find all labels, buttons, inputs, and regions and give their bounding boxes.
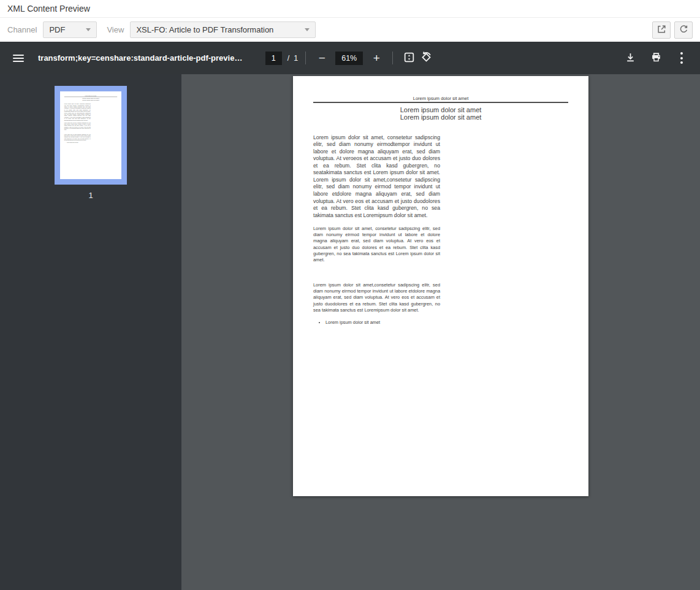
page-number-input[interactable] [265,52,282,65]
view-select[interactable]: XSL-FO: Article to PDF Transformation [130,21,316,38]
doc-header-small: Lorem ipsum dolor sit amet [313,96,568,101]
toolbar-divider [392,52,393,64]
doc-paragraph-2: Lorem ipsum dolor sit amet, consetetur s… [64,123,91,131]
doc-title-line2: Lorem ipsum dolor sit amet [64,99,117,101]
chevron-down-icon [305,28,310,31]
toolbar-right [435,50,690,67]
controls-row: Channel PDF View XSL-FO: Article to PDF … [0,18,700,42]
doc-paragraph-3: Lorem ipsum dolor sit amet,consetetur sa… [64,134,91,141]
download-button[interactable] [622,50,639,67]
open-external-button[interactable] [652,21,671,39]
more-options-button[interactable] [673,50,690,67]
toolbar-left: transform;key=censhare:standard-article-… [10,50,265,67]
doc-title-line2: Lorem ipsum dolor sit amet [313,113,568,121]
hamburger-menu-icon [13,53,24,64]
doc-rule [313,102,568,103]
rotate-icon [420,51,433,66]
view-label: View [107,25,124,34]
pdf-page: Lorem ipsum dolor sit amet Lorem ipsum d… [293,76,588,496]
channel-select[interactable]: PDF [43,21,97,38]
print-icon [651,52,661,64]
doc-paragraph-1: Lorem ipsum dolor sit amet, consetetur s… [64,104,91,121]
plus-icon: + [373,52,380,64]
pdf-toolbar: transform;key=censhare:standard-article-… [0,42,700,74]
app-header: XML Content Preview [0,0,700,18]
doc-bullet-item: Lorem ipsum dolor sit amet [67,142,91,143]
download-icon [625,52,636,64]
page-title: XML Content Preview [7,4,90,13]
more-vertical-icon [680,51,683,64]
page-separator: / [287,54,289,63]
doc-bullet-item: Lorem ipsum dolor sit amet [325,320,440,326]
page-thumbnail[interactable]: Lorem ipsum dolor sit amet Lorem ipsum d… [55,86,127,185]
fit-to-page-button[interactable] [400,50,417,67]
fit-to-page-icon [403,51,416,66]
zoom-level[interactable]: 61% [335,52,363,65]
channel-label: Channel [7,25,37,34]
refresh-button[interactable] [674,21,693,39]
zoom-in-button[interactable]: + [368,50,385,67]
toolbar-divider [305,52,306,64]
pdf-canvas[interactable]: Lorem ipsum dolor sit amet Lorem ipsum d… [181,74,700,590]
document-filename: transform;key=censhare:standard-article-… [38,53,242,63]
thumbnail-sidebar: Lorem ipsum dolor sit amet Lorem ipsum d… [0,74,181,590]
doc-title-line1: Lorem ipsum dolor sit amet [313,106,568,113]
sidebar-toggle-button[interactable] [10,50,27,67]
thumbnail-page-number: 1 [88,191,93,200]
rotate-button[interactable] [417,50,435,67]
open-in-new-icon [657,25,666,36]
doc-paragraph-2: Lorem ipsum dolor sit amet, consetetur s… [313,226,440,263]
thumbnail-document: Lorem ipsum dolor sit amet Lorem ipsum d… [60,91,121,178]
doc-paragraph-1: Lorem ipsum dolor sit amet, consetetur s… [313,134,440,220]
minus-icon: − [319,52,325,64]
doc-paragraph-3: Lorem ipsum dolor sit amet,consetetur sa… [313,282,440,313]
print-button[interactable] [647,50,664,67]
page-total: 1 [294,54,298,63]
page-thumbnail-preview: Lorem ipsum dolor sit amet Lorem ipsum d… [60,91,121,179]
viewer-area: Lorem ipsum dolor sit amet Lorem ipsum d… [0,74,700,590]
refresh-icon [679,25,688,36]
view-select-value: XSL-FO: Article to PDF Transformation [136,25,273,34]
toolbar-center: / 1 − 61% + [265,50,435,67]
chevron-down-icon [86,28,91,31]
zoom-out-button[interactable]: − [313,50,330,67]
channel-select-value: PDF [49,25,65,34]
